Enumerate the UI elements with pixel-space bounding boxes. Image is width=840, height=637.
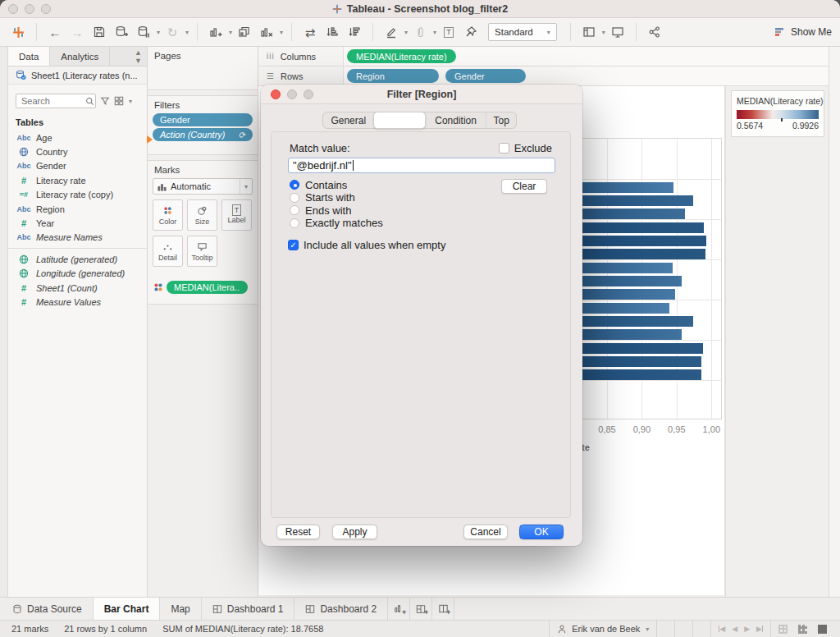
new-story-button[interactable]: + xyxy=(432,598,454,620)
include-all-option[interactable]: ✓ Include all values when empty xyxy=(288,239,445,251)
field-latitude-generated[interactable]: Latitude (generated) xyxy=(8,252,147,266)
sort-descending-button[interactable] xyxy=(345,21,364,43)
apply-button[interactable]: Apply xyxy=(332,525,377,539)
new-worksheet-button[interactable]: + xyxy=(388,598,410,620)
columns-shelf-fields[interactable]: MEDIAN(Literacy rate) xyxy=(343,47,829,66)
dialog-close-icon[interactable] xyxy=(271,89,281,99)
field-country[interactable]: Country xyxy=(8,144,147,158)
radio-contains[interactable] xyxy=(290,180,299,190)
new-worksheet-button[interactable] xyxy=(206,21,226,43)
undo-button[interactable]: ← xyxy=(45,21,65,43)
sheet-tab-map[interactable]: Map xyxy=(160,598,201,620)
window-controls[interactable] xyxy=(8,4,51,14)
detail-button[interactable]: Detail xyxy=(153,236,183,267)
radio-option-starts-with[interactable]: Starts with xyxy=(290,193,383,203)
sheet-tab-dashboard-2[interactable]: Dashboard 2 xyxy=(294,598,388,620)
pill-gender[interactable]: Gender xyxy=(445,69,526,83)
next-sheet-icon[interactable]: ▶ xyxy=(744,625,750,633)
label-button[interactable]: TLabel xyxy=(221,199,252,231)
radio-option-contains[interactable]: Contains xyxy=(290,180,383,190)
highlight-button[interactable] xyxy=(381,21,401,43)
dialog-tab-condition[interactable]: Condition xyxy=(426,112,486,128)
show-filmstrip-icon[interactable] xyxy=(798,625,807,634)
view-options-icon[interactable] xyxy=(114,96,124,106)
color-legend-card[interactable]: MEDIAN(Literacy rate) 0.5674 0.9926 xyxy=(731,90,824,137)
zoom-window-icon[interactable] xyxy=(41,4,51,14)
scrollbar-track[interactable] xyxy=(829,47,840,597)
tooltip-button[interactable]: Tooltip xyxy=(187,236,217,267)
reset-button[interactable]: Reset xyxy=(276,525,320,539)
exclude-option[interactable]: Exclude xyxy=(499,142,552,154)
dialog-tab-general[interactable]: General xyxy=(323,112,373,128)
search-input[interactable] xyxy=(16,94,96,108)
duplicate-sheet-button[interactable] xyxy=(235,21,254,43)
field-longitude-generated[interactable]: Longitude (generated) xyxy=(8,267,147,281)
new-worksheet-caret-icon[interactable]: ▾ xyxy=(229,29,232,36)
pane-resize-icon[interactable]: ▲▼ xyxy=(130,47,147,66)
filter-pill-action-country[interactable]: Action (Country)⟳ xyxy=(153,128,253,141)
filter-fields-icon[interactable] xyxy=(100,96,110,106)
dialog-title-bar[interactable]: Filter [Region] xyxy=(261,85,582,104)
new-data-source-button[interactable] xyxy=(112,21,131,43)
field-sheet1-count[interactable]: #Sheet1 (Count) xyxy=(8,281,147,295)
sheet-tab-bar-chart[interactable]: Bar Chart xyxy=(94,598,161,620)
show-sheet-sorter-icon[interactable] xyxy=(778,625,788,634)
highlight-caret-icon[interactable]: ▾ xyxy=(404,29,408,36)
field-region[interactable]: AbcRegion xyxy=(8,202,147,216)
field-measure-values[interactable]: #Measure Values xyxy=(8,295,147,309)
pill-region[interactable]: Region xyxy=(347,69,439,83)
dialog-tab-top[interactable]: Top xyxy=(486,112,516,128)
match-value-input[interactable]: "@bedrijf.nl" xyxy=(288,158,555,173)
pause-auto-updates-button[interactable] xyxy=(134,21,153,43)
field-gender[interactable]: AbcGender xyxy=(8,159,147,173)
previous-sheet-icon[interactable]: ◀ xyxy=(732,625,737,633)
close-window-icon[interactable] xyxy=(8,4,18,14)
fix-axes-button[interactable] xyxy=(461,21,481,43)
marks-card[interactable]: Marks Automatic ▾ ColorSizeTLabelDetailT… xyxy=(148,160,258,305)
exclude-checkbox[interactable] xyxy=(499,143,509,154)
filter-pill-gender[interactable]: Gender xyxy=(153,113,253,126)
first-sheet-icon[interactable]: ◀ xyxy=(719,625,725,633)
radio-ends-with[interactable] xyxy=(290,205,299,215)
show-tabs-icon[interactable] xyxy=(818,625,827,634)
dialog-window-controls[interactable] xyxy=(271,89,313,99)
share-workbook-button[interactable] xyxy=(645,21,664,43)
filters-card[interactable]: Filters GenderAction (Country)⟳ xyxy=(148,95,258,155)
new-dashboard-button[interactable]: + xyxy=(410,598,432,620)
pill-median-literacy-rate[interactable]: MEDIAN(Literacy rate) xyxy=(347,49,456,63)
sort-ascending-button[interactable] xyxy=(322,21,342,43)
include-all-checkbox[interactable]: ✓ xyxy=(288,240,299,250)
show-hide-cards-caret-icon[interactable]: ▾ xyxy=(602,29,605,36)
dialog-tab-wildcard-selected[interactable] xyxy=(373,112,425,129)
clear-sheet-caret-icon[interactable]: ▾ xyxy=(280,29,283,36)
rows-shelf-fields[interactable]: RegionGender xyxy=(343,66,829,85)
radio-option-ends-with[interactable]: Ends with xyxy=(290,205,383,215)
show-hide-cards-button[interactable] xyxy=(579,21,599,43)
mark-type-selector[interactable]: Automatic ▾ xyxy=(153,178,253,195)
field-literacy-rate[interactable]: #Literacy rate xyxy=(8,173,147,187)
field-age[interactable]: AbcAge xyxy=(8,131,147,144)
search-field[interactable] xyxy=(20,95,85,107)
sheet-tab-data-source[interactable]: Data Source xyxy=(2,598,94,620)
save-button[interactable] xyxy=(89,21,109,43)
size-button[interactable]: Size xyxy=(187,199,217,231)
marks-median-pill[interactable]: MEDIAN(Litera.. xyxy=(167,281,248,294)
clear-button[interactable]: Clear xyxy=(501,179,547,194)
sheet-tab-dashboard-1[interactable]: Dashboard 1 xyxy=(202,598,295,620)
fit-selector[interactable]: Standard ▾ xyxy=(488,23,557,41)
show-mark-labels-button[interactable]: T xyxy=(439,21,459,43)
clear-sheet-button[interactable] xyxy=(257,21,276,43)
last-sheet-icon[interactable]: ▶ xyxy=(756,625,763,633)
minimize-window-icon[interactable] xyxy=(25,4,34,14)
tableau-logo-icon[interactable] xyxy=(8,21,28,43)
swap-rows-columns-button[interactable]: ⇄ xyxy=(300,21,320,43)
data-connection[interactable]: Sheet1 (Literacy rates (n... xyxy=(8,66,147,85)
cancel-button[interactable]: Cancel xyxy=(463,525,508,539)
radio-exactly-matches[interactable] xyxy=(290,218,299,228)
tab-data[interactable]: Data xyxy=(8,47,50,66)
radio-starts-with[interactable] xyxy=(290,193,299,203)
presentation-mode-button[interactable] xyxy=(608,21,628,43)
show-me-button[interactable]: Show Me xyxy=(775,26,832,38)
tab-analytics[interactable]: Analytics xyxy=(50,47,110,66)
field-literacy-rate-copy[interactable]: =#Literacy rate (copy) xyxy=(8,188,147,202)
